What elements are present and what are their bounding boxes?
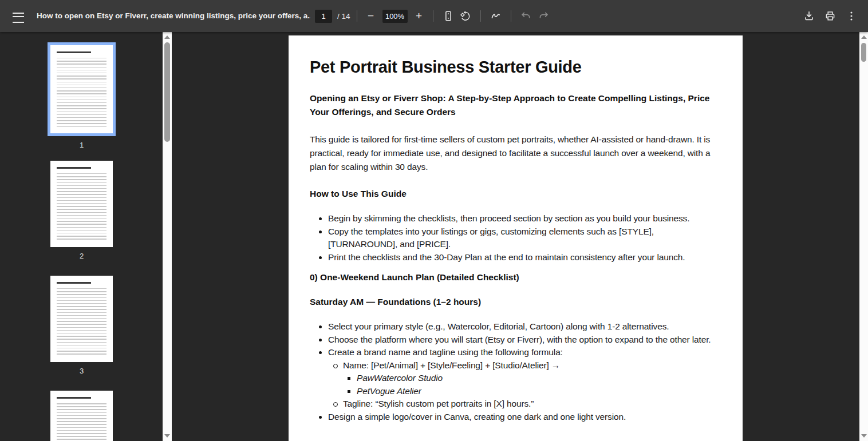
fit-page-button[interactable] [440, 7, 457, 25]
how-to-use-list: Begin by skimming the checklists, then p… [310, 212, 721, 264]
list-item-text: Print the checklists and the 30-Day Plan… [328, 252, 685, 262]
print-button[interactable] [822, 7, 839, 25]
redo-icon [537, 10, 550, 22]
list-item-text: Choose the platform where you will start… [328, 335, 711, 344]
page-number-input[interactable] [315, 10, 332, 23]
list-item: Choose the platform where you will start… [328, 333, 721, 347]
list-item: Design a simple logo/cover in Canva, cre… [328, 411, 721, 424]
list-item-text: Tagline: “Stylish custom pet portraits i… [343, 399, 534, 408]
zoom-in-button[interactable]: + [412, 7, 427, 25]
sidebar-scrollbar-thumb[interactable] [164, 42, 170, 142]
pdf-toolbar: How to open on Etsy or Fiverr, create wi… [0, 0, 868, 32]
thumbnail-page-number: 2 [80, 252, 84, 260]
download-icon [803, 10, 815, 22]
list-item-text: PawWatercolor Studio [357, 373, 443, 383]
list-item: Begin by skimming the checklists, then p… [328, 212, 721, 225]
brand-formula-sublist: Name: [Pet/Animal] + [Style/Feeling] + [… [328, 359, 721, 411]
document-subtitle: Opening an Etsy or Fiverr Shop: A Step-b… [310, 92, 711, 119]
download-button[interactable] [800, 7, 818, 25]
main-scrollbar[interactable] [859, 32, 868, 441]
scroll-up-arrow-icon[interactable] [164, 35, 170, 39]
rotate-counterclockwise-icon [459, 10, 472, 22]
intro-paragraph: This guide is tailored for first-time se… [310, 133, 721, 174]
thumbnail-page-number: 3 [80, 367, 84, 375]
list-item-text: PetVogue Atelier [357, 386, 421, 396]
scroll-down-arrow-icon[interactable] [861, 434, 867, 438]
annotate-button[interactable] [487, 7, 504, 25]
list-item: PawWatercolor Studio [357, 372, 721, 385]
pen-squiggle-icon [490, 10, 502, 22]
toolbar-right-controls [800, 7, 860, 25]
thumbnail-page-preview [48, 42, 116, 136]
list-item: Copy the templates into your listings or… [328, 225, 721, 251]
toolbar-center-controls: / 14 − 100% + [315, 0, 552, 32]
thumbnail-page-number: 1 [80, 141, 84, 149]
list-item-text: Copy the templates into your listings or… [328, 227, 654, 249]
list-item: Print the checklists and the 30-Day Plan… [328, 251, 721, 264]
document-heading: Pet Portrait Business Starter Guide [310, 58, 721, 77]
more-options-button[interactable] [843, 7, 860, 25]
page-thumbnail-3[interactable]: 3 [48, 276, 116, 375]
print-icon [824, 10, 837, 22]
page-thumbnail-4[interactable]: 4 [48, 391, 116, 441]
list-item: Name: [Pet/Animal] + [Style/Feeling] + [… [343, 359, 721, 398]
menu-button[interactable] [11, 9, 25, 23]
list-item: Create a brand name and tagline using th… [328, 346, 721, 411]
rotate-button[interactable] [457, 7, 474, 25]
section-heading-how-to-use: How to Use This Guide [310, 189, 721, 199]
list-item: Select your primary style (e.g., Waterco… [328, 320, 721, 333]
list-item-text: Select your primary style (e.g., Waterco… [328, 321, 669, 331]
list-item-text: Design a simple logo/cover in Canva, cre… [328, 412, 626, 422]
main-scrollbar-thumb[interactable] [861, 43, 866, 62]
viewer-content: 1 2 3 4 Pet Portrait Business Starter Gu… [0, 32, 868, 441]
undo-button[interactable] [518, 7, 535, 25]
page-thumbnail-2[interactable]: 2 [48, 161, 116, 260]
menu-icon [13, 13, 24, 23]
saturday-am-list: Select your primary style (e.g., Waterco… [310, 320, 721, 423]
scroll-up-arrow-icon[interactable] [861, 35, 867, 39]
list-item-text: Name: [Pet/Animal] + [Style/Feeling] + [… [343, 360, 560, 370]
brand-name-examples: PawWatercolor Studio PetVogue Atelier [343, 372, 721, 398]
page-thumbnail-1[interactable]: 1 [48, 42, 116, 149]
zoom-level-display[interactable]: 100% [382, 10, 408, 23]
thumbnail-page-preview [50, 276, 113, 362]
section-heading-saturday-am: Saturday AM — Foundations (1–2 hours) [310, 297, 721, 307]
page-count-label: / 14 [337, 12, 350, 21]
list-item: PetVogue Atelier [357, 385, 721, 398]
toolbar-divider [433, 10, 433, 22]
sidebar-scrollbar[interactable] [163, 32, 172, 441]
toolbar-divider [511, 10, 511, 22]
redo-button[interactable] [535, 7, 552, 25]
undo-icon [520, 10, 532, 22]
fit-page-icon [442, 10, 455, 22]
scroll-down-arrow-icon[interactable] [164, 434, 170, 438]
thumbnail-page-preview [50, 161, 113, 247]
thumbnail-page-preview [50, 391, 113, 441]
kebab-menu-icon [845, 10, 858, 22]
toolbar-document-title: How to open on Etsy or Fiverr, create wi… [37, 0, 310, 32]
toolbar-divider [357, 10, 357, 22]
list-item: Tagline: “Stylish custom pet portraits i… [343, 398, 721, 411]
section-heading-launch-plan: 0) One-Weekend Launch Plan (Detailed Che… [310, 272, 721, 283]
list-item-text: Create a brand name and tagline using th… [328, 347, 563, 357]
toolbar-divider [480, 10, 481, 22]
zoom-out-button[interactable]: − [364, 7, 378, 25]
pdf-page: Pet Portrait Business Starter Guide Open… [289, 35, 743, 441]
list-item-text: Begin by skimming the checklists, then p… [328, 213, 689, 223]
thumbnail-sidebar: 1 2 3 4 [0, 32, 163, 441]
